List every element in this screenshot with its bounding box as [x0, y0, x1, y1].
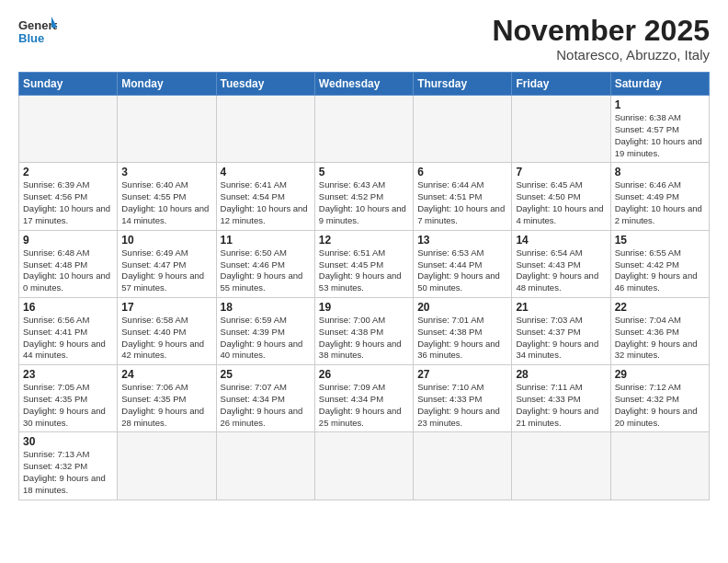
calendar-cell: 18Sunrise: 6:59 AM Sunset: 4:39 PM Dayli… — [216, 297, 314, 364]
calendar-cell: 22Sunrise: 7:04 AM Sunset: 4:36 PM Dayli… — [610, 297, 709, 364]
week-row-6: 30Sunrise: 7:13 AM Sunset: 4:32 PM Dayli… — [19, 432, 710, 500]
calendar-cell: 30Sunrise: 7:13 AM Sunset: 4:32 PM Dayli… — [19, 432, 118, 500]
week-row-1: 1Sunrise: 6:38 AM Sunset: 4:57 PM Daylig… — [19, 96, 710, 163]
calendar-cell: 19Sunrise: 7:00 AM Sunset: 4:38 PM Dayli… — [314, 297, 413, 364]
day-number: 6 — [417, 166, 507, 178]
day-number: 27 — [417, 368, 507, 381]
header: General Blue November 2025 Notaresco, Ab… — [18, 15, 710, 63]
calendar-cell: 24Sunrise: 7:06 AM Sunset: 4:35 PM Dayli… — [118, 365, 216, 432]
calendar-cell: 28Sunrise: 7:11 AM Sunset: 4:33 PM Dayli… — [512, 365, 610, 432]
calendar-cell: 21Sunrise: 7:03 AM Sunset: 4:37 PM Dayli… — [512, 297, 610, 364]
calendar-cell — [414, 432, 512, 500]
calendar-cell: 3Sunrise: 6:40 AM Sunset: 4:55 PM Daylig… — [118, 163, 216, 230]
calendar-cell: 7Sunrise: 6:45 AM Sunset: 4:50 PM Daylig… — [512, 163, 610, 230]
calendar-cell: 16Sunrise: 6:56 AM Sunset: 4:41 PM Dayli… — [19, 297, 118, 364]
calendar-cell — [414, 96, 512, 163]
day-info: Sunrise: 6:49 AM Sunset: 4:47 PM Dayligh… — [121, 247, 211, 294]
day-number: 23 — [23, 368, 113, 381]
day-info: Sunrise: 6:50 AM Sunset: 4:46 PM Dayligh… — [221, 247, 311, 294]
day-number: 20 — [417, 301, 507, 314]
day-info: Sunrise: 7:10 AM Sunset: 4:33 PM Dayligh… — [417, 382, 507, 429]
calendar-cell: 12Sunrise: 6:51 AM Sunset: 4:45 PM Dayli… — [314, 230, 413, 297]
svg-text:General: General — [18, 18, 57, 32]
day-number: 22 — [615, 301, 705, 314]
logo-svg: General Blue — [18, 15, 57, 53]
calendar-cell — [314, 96, 413, 163]
day-number: 9 — [23, 234, 113, 247]
weekday-header-tuesday: Tuesday — [216, 73, 314, 96]
calendar-cell — [610, 432, 709, 500]
calendar-cell — [19, 96, 118, 163]
day-number: 17 — [121, 301, 211, 314]
weekday-header-saturday: Saturday — [610, 73, 709, 96]
week-row-4: 16Sunrise: 6:56 AM Sunset: 4:41 PM Dayli… — [19, 297, 710, 364]
day-number: 29 — [615, 368, 705, 381]
calendar-cell: 15Sunrise: 6:55 AM Sunset: 4:42 PM Dayli… — [610, 230, 709, 297]
day-info: Sunrise: 6:41 AM Sunset: 4:54 PM Dayligh… — [221, 179, 311, 226]
day-info: Sunrise: 6:44 AM Sunset: 4:51 PM Dayligh… — [417, 179, 507, 226]
day-info: Sunrise: 6:56 AM Sunset: 4:41 PM Dayligh… — [23, 315, 113, 362]
week-row-3: 9Sunrise: 6:48 AM Sunset: 4:48 PM Daylig… — [19, 230, 710, 297]
day-number: 7 — [516, 166, 606, 178]
day-number: 24 — [121, 368, 211, 381]
weekday-header-friday: Friday — [512, 73, 610, 96]
day-info: Sunrise: 7:13 AM Sunset: 4:32 PM Dayligh… — [23, 449, 113, 496]
day-number: 28 — [516, 368, 606, 381]
calendar-cell — [512, 432, 610, 500]
day-number: 25 — [221, 368, 311, 381]
calendar-cell: 5Sunrise: 6:43 AM Sunset: 4:52 PM Daylig… — [314, 163, 413, 230]
day-info: Sunrise: 6:58 AM Sunset: 4:40 PM Dayligh… — [121, 315, 211, 362]
weekday-header-monday: Monday — [118, 73, 216, 96]
day-info: Sunrise: 6:39 AM Sunset: 4:56 PM Dayligh… — [23, 179, 113, 226]
day-info: Sunrise: 7:01 AM Sunset: 4:38 PM Dayligh… — [417, 315, 507, 362]
svg-text:Blue: Blue — [18, 31, 44, 45]
day-info: Sunrise: 6:38 AM Sunset: 4:57 PM Dayligh… — [615, 112, 705, 159]
day-number: 12 — [319, 234, 409, 247]
calendar-cell: 17Sunrise: 6:58 AM Sunset: 4:40 PM Dayli… — [118, 297, 216, 364]
calendar-cell: 9Sunrise: 6:48 AM Sunset: 4:48 PM Daylig… — [19, 230, 118, 297]
calendar-cell: 29Sunrise: 7:12 AM Sunset: 4:32 PM Dayli… — [610, 365, 709, 432]
calendar-cell: 8Sunrise: 6:46 AM Sunset: 4:49 PM Daylig… — [610, 163, 709, 230]
calendar-cell: 2Sunrise: 6:39 AM Sunset: 4:56 PM Daylig… — [19, 163, 118, 230]
day-number: 8 — [615, 166, 705, 178]
day-info: Sunrise: 6:40 AM Sunset: 4:55 PM Dayligh… — [121, 179, 211, 226]
day-info: Sunrise: 6:55 AM Sunset: 4:42 PM Dayligh… — [615, 247, 705, 294]
day-info: Sunrise: 6:59 AM Sunset: 4:39 PM Dayligh… — [221, 315, 311, 362]
month-title: November 2025 — [492, 15, 710, 47]
day-number: 21 — [516, 301, 606, 314]
calendar-cell: 27Sunrise: 7:10 AM Sunset: 4:33 PM Dayli… — [414, 365, 512, 432]
page: General Blue November 2025 Notaresco, Ab… — [0, 0, 728, 563]
weekday-header-sunday: Sunday — [19, 73, 118, 96]
calendar-cell: 25Sunrise: 7:07 AM Sunset: 4:34 PM Dayli… — [216, 365, 314, 432]
day-info: Sunrise: 7:04 AM Sunset: 4:36 PM Dayligh… — [615, 315, 705, 362]
calendar-cell — [118, 96, 216, 163]
day-number: 16 — [23, 301, 113, 314]
day-number: 1 — [615, 98, 705, 111]
calendar-cell — [314, 432, 413, 500]
day-number: 15 — [615, 234, 705, 247]
calendar-cell: 10Sunrise: 6:49 AM Sunset: 4:47 PM Dayli… — [118, 230, 216, 297]
calendar: SundayMondayTuesdayWednesdayThursdayFrid… — [18, 72, 710, 500]
week-row-2: 2Sunrise: 6:39 AM Sunset: 4:56 PM Daylig… — [19, 163, 710, 230]
day-number: 11 — [221, 234, 311, 247]
day-info: Sunrise: 7:09 AM Sunset: 4:34 PM Dayligh… — [319, 382, 409, 429]
day-number: 3 — [121, 166, 211, 178]
calendar-cell: 14Sunrise: 6:54 AM Sunset: 4:43 PM Dayli… — [512, 230, 610, 297]
calendar-cell: 13Sunrise: 6:53 AM Sunset: 4:44 PM Dayli… — [414, 230, 512, 297]
calendar-cell: 4Sunrise: 6:41 AM Sunset: 4:54 PM Daylig… — [216, 163, 314, 230]
logo: General Blue — [18, 15, 57, 53]
calendar-cell: 11Sunrise: 6:50 AM Sunset: 4:46 PM Dayli… — [216, 230, 314, 297]
day-info: Sunrise: 6:43 AM Sunset: 4:52 PM Dayligh… — [319, 179, 409, 226]
day-info: Sunrise: 7:11 AM Sunset: 4:33 PM Dayligh… — [516, 382, 606, 429]
calendar-cell: 20Sunrise: 7:01 AM Sunset: 4:38 PM Dayli… — [414, 297, 512, 364]
weekday-header-wednesday: Wednesday — [314, 73, 413, 96]
day-number: 13 — [417, 234, 507, 247]
title-block: November 2025 Notaresco, Abruzzo, Italy — [492, 15, 710, 63]
day-number: 5 — [319, 166, 409, 178]
day-number: 19 — [319, 301, 409, 314]
calendar-cell — [512, 96, 610, 163]
day-number: 4 — [221, 166, 311, 178]
calendar-cell — [216, 96, 314, 163]
day-info: Sunrise: 7:12 AM Sunset: 4:32 PM Dayligh… — [615, 382, 705, 429]
day-info: Sunrise: 7:06 AM Sunset: 4:35 PM Dayligh… — [121, 382, 211, 429]
